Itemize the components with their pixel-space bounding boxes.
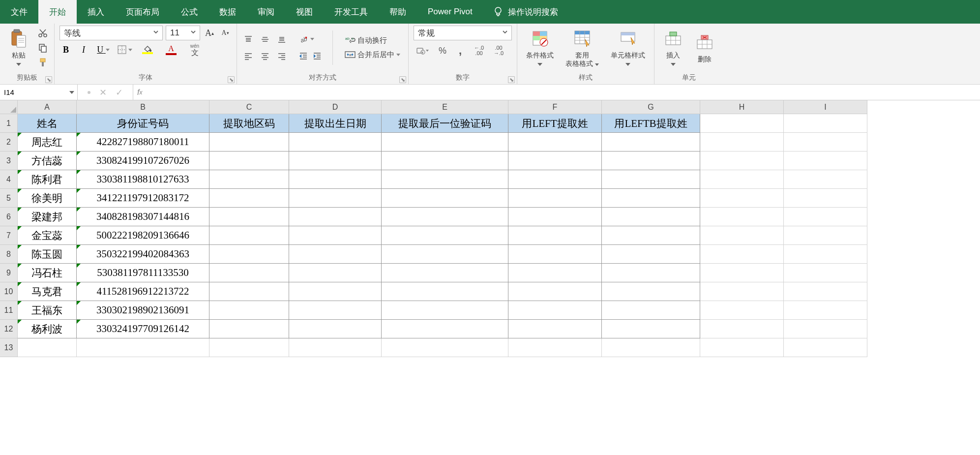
cell-H2[interactable] [700,133,784,152]
cell-H12[interactable] [700,320,784,338]
row-header-6[interactable]: 6 [0,208,18,226]
cell-F3[interactable] [508,152,602,170]
align-center-button[interactable] [259,50,271,62]
cell-H3[interactable] [700,152,784,170]
tab-file[interactable]: 文件 [0,0,38,24]
cell-F8[interactable] [508,245,602,264]
font-color-button[interactable]: A [162,43,180,56]
cell-D3[interactable] [289,152,382,170]
cell-H9[interactable] [700,264,784,282]
cell-G10[interactable] [602,282,700,301]
cell-B9[interactable]: 530381197811133530 [77,264,209,282]
number-dialog-launcher[interactable]: ⬊ [508,76,515,83]
name-box[interactable]: I14 [0,85,78,100]
tab-page-layout[interactable]: 页面布局 [115,0,170,24]
cell-F12[interactable] [508,320,602,338]
tell-me-search[interactable]: 操作说明搜索 [483,0,568,24]
cell-C5[interactable] [209,189,289,208]
cell-G9[interactable] [602,264,700,282]
cell-H7[interactable] [700,226,784,245]
cell-D2[interactable] [289,133,382,152]
row-header-3[interactable]: 3 [0,152,18,170]
tab-insert[interactable]: 插入 [77,0,115,24]
row-header-12[interactable]: 12 [0,320,18,338]
accounting-format-button[interactable]: ¥ [414,44,431,57]
tab-power-pivot[interactable]: Power Pivot [417,0,483,24]
cell-F11[interactable] [508,301,602,320]
cell-E11[interactable] [382,301,508,320]
cell-C2[interactable] [209,133,289,152]
row-header-9[interactable]: 9 [0,264,18,282]
wrap-text-button[interactable]: abc 自动换行 [342,35,403,46]
cell-E2[interactable] [382,133,508,152]
bold-button[interactable]: B [59,43,72,56]
tab-data[interactable]: 数据 [208,0,247,24]
cancel-formula-button[interactable]: ✕ [99,87,107,98]
cell-A3[interactable]: 方佶蕊 [18,152,77,170]
cell-A4[interactable]: 陈利君 [18,170,77,189]
cell-B10[interactable]: 411528196912213722 [77,282,209,301]
tab-view[interactable]: 视图 [285,0,324,24]
align-middle-button[interactable] [259,33,271,46]
cell-B7[interactable]: 500222198209136646 [77,226,209,245]
cell-A13[interactable] [18,338,77,357]
cell-A8[interactable]: 陈玉圆 [18,245,77,264]
cell-C7[interactable] [209,226,289,245]
cell-E3[interactable] [382,152,508,170]
cell-B4[interactable]: 330381198810127633 [77,170,209,189]
tab-help[interactable]: 帮助 [379,0,417,24]
cell-I3[interactable] [784,152,867,170]
copy-button[interactable] [36,41,49,54]
cell-G8[interactable] [602,245,700,264]
cell-I10[interactable] [784,282,867,301]
cell-B3[interactable]: 330824199107267026 [77,152,209,170]
borders-button[interactable] [117,43,133,56]
cell-H10[interactable] [700,282,784,301]
increase-font-button[interactable]: A▴ [203,27,216,39]
cell-G6[interactable] [602,208,700,226]
cell-D6[interactable] [289,208,382,226]
column-header-c[interactable]: C [209,100,289,114]
tab-formulas[interactable]: 公式 [170,0,208,24]
cell-I9[interactable] [784,264,867,282]
cell-C12[interactable] [209,320,289,338]
font-dialog-launcher[interactable]: ⬊ [228,76,235,83]
align-left-button[interactable] [242,50,255,62]
cell-H5[interactable] [700,189,784,208]
column-header-i[interactable]: I [784,100,867,114]
cell-D11[interactable] [289,301,382,320]
cell-G1[interactable]: 用LEFTB提取姓 [602,114,700,133]
cell-G13[interactable] [602,338,700,357]
fx-label[interactable]: fx [133,85,146,100]
cell-D8[interactable] [289,245,382,264]
number-format-selector[interactable]: 常规 [414,26,512,40]
cell-B2[interactable]: 422827198807180011 [77,133,209,152]
cell-C10[interactable] [209,282,289,301]
cell-E8[interactable] [382,245,508,264]
cell-H1[interactable] [700,114,784,133]
row-header-8[interactable]: 8 [0,245,18,264]
decrease-font-button[interactable]: A▾ [219,27,232,39]
underline-button[interactable]: U [95,43,112,56]
column-header-b[interactable]: B [77,100,209,114]
cell-B13[interactable] [77,338,209,357]
row-header-11[interactable]: 11 [0,301,18,320]
format-as-table-button[interactable]: 套用表格格式 [562,26,603,70]
cell-A10[interactable]: 马克君 [18,282,77,301]
cell-G7[interactable] [602,226,700,245]
row-header-5[interactable]: 5 [0,189,18,208]
cell-G4[interactable] [602,170,700,189]
cell-G2[interactable] [602,133,700,152]
italic-button[interactable]: I [77,43,90,56]
cell-B6[interactable]: 340828198307144816 [77,208,209,226]
cell-D10[interactable] [289,282,382,301]
enter-formula-button[interactable]: ✓ [116,87,123,98]
cell-I6[interactable] [784,208,867,226]
cell-D13[interactable] [289,338,382,357]
select-all-corner[interactable] [0,100,18,114]
row-header-7[interactable]: 7 [0,226,18,245]
cell-F9[interactable] [508,264,602,282]
align-right-button[interactable] [275,50,288,62]
cell-A7[interactable]: 金宝蕊 [18,226,77,245]
tab-home[interactable]: 开始 [38,0,77,24]
